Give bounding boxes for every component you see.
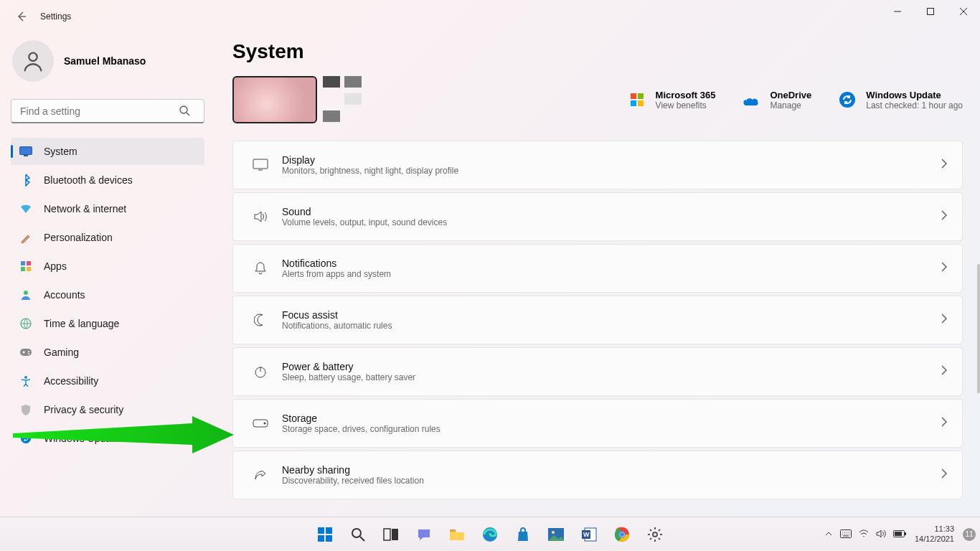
nav-item-apps[interactable]: Apps [11,253,204,280]
tray-keyboard-icon[interactable] [840,529,852,540]
svg-point-30 [352,529,361,537]
chevron-right-icon [941,314,948,326]
quicklink-microsoft-[interactable]: Microsoft 365View benefits [627,90,716,110]
svg-rect-8 [27,267,31,271]
card-storage[interactable]: StorageStorage space, drives, configurat… [232,399,963,448]
svg-rect-48 [895,532,902,536]
nav-item-personalization[interactable]: Personalization [11,224,204,251]
taskbar-chat-button[interactable] [410,520,438,549]
scrollbar-thumb[interactable] [977,264,980,393]
ms365-icon [627,90,647,110]
taskbar-clock[interactable]: 11:33 14/12/2021 [915,524,954,543]
user-name: Samuel Mbanaso [64,55,146,67]
nav-label: Windows Update [44,433,120,444]
nav-item-network-internet[interactable]: Network & internet [11,195,204,222]
card-sub: Storage space, drives, configuration rul… [282,424,941,434]
tray-chevron-up-icon[interactable] [824,529,833,540]
svg-point-20 [839,92,855,108]
user-profile[interactable]: Samuel Mbanaso [11,40,204,82]
back-button[interactable] [13,8,30,25]
tray-battery-icon[interactable] [893,530,906,539]
update-sync-icon [837,90,857,110]
quicklink-onedrive[interactable]: OneDriveManage [741,90,811,110]
close-button[interactable] [947,0,980,23]
card-display[interactable]: DisplayMonitors, brightness, night light… [232,141,963,189]
svg-rect-4 [24,155,28,156]
quicklink-windows-update[interactable]: Windows UpdateLast checked: 1 hour ago [837,90,963,110]
svg-text:W: W [583,531,590,538]
tray-volume-icon[interactable] [876,529,886,540]
svg-rect-17 [638,93,644,99]
card-title: Nearby sharing [282,464,941,476]
svg-point-14 [24,376,27,379]
device-preview[interactable] [232,76,362,123]
card-sub: Discoverability, received files location [282,476,941,486]
card-sub: Alerts from apps and system [282,269,941,279]
nav-item-windows-update[interactable]: Windows Update [11,425,204,452]
card-title: Sound [282,206,941,217]
taskbar-settings-button[interactable] [641,520,669,549]
quicklink-sub: Manage [770,100,811,110]
nav-item-accounts[interactable]: Accounts [11,281,204,309]
taskbar-chrome-button[interactable] [608,520,636,549]
card-sound[interactable]: SoundVolume levels, output, input, sound… [232,192,963,241]
svg-rect-45 [840,529,851,537]
nav-item-gaming[interactable]: Gaming [11,339,204,366]
svg-point-36 [552,531,555,534]
gaming-icon [19,346,32,359]
card-sub: Sleep, battery usage, battery saver [282,372,941,382]
brush-icon [19,231,32,244]
wifi-icon [19,202,32,215]
person-icon [19,288,32,301]
taskbar-store-button[interactable] [509,520,537,549]
taskbar-edge-button[interactable] [476,520,504,549]
nav-item-privacy-security[interactable]: Privacy & security [11,396,204,423]
maximize-button[interactable] [914,0,947,23]
svg-rect-33 [450,529,456,532]
nav-item-system[interactable]: System [11,138,204,165]
quicklink-sub: View benefits [656,100,716,110]
tray-wifi-icon[interactable] [859,529,869,540]
svg-rect-0 [928,9,934,15]
svg-rect-21 [253,159,268,169]
globe-icon [19,317,32,330]
svg-point-9 [24,291,28,295]
svg-rect-26 [318,527,324,534]
nav-label: Gaming [44,347,79,358]
taskbar-start-button[interactable] [311,520,339,549]
nav-item-bluetooth-devices[interactable]: Bluetooth & devices [11,166,204,194]
card-focus-assist[interactable]: Focus assistNotifications, automatic rul… [232,296,963,344]
card-title: Notifications [282,258,941,269]
accessibility-icon [19,375,32,387]
nav-label: Network & internet [44,203,126,215]
svg-rect-11 [20,349,32,356]
storage-icon [248,419,273,428]
nav-label: Accounts [44,289,85,301]
taskbar-search-button[interactable] [344,520,372,549]
page-title: System [232,40,963,63]
card-power-battery[interactable]: Power & batterySleep, battery usage, bat… [232,347,963,396]
card-title: Power & battery [282,361,941,372]
card-notifications[interactable]: NotificationsAlerts from apps and system [232,244,963,293]
nav-label: Bluetooth & devices [44,174,133,186]
nav-label: Time & language [44,318,119,329]
card-nearby-sharing[interactable]: Nearby sharingDiscoverability, received … [232,451,963,499]
minimize-button[interactable] [881,0,914,23]
quicklink-title: OneDrive [770,90,811,100]
notifications-badge[interactable]: 11 [963,528,976,541]
nav-item-accessibility[interactable]: Accessibility [11,367,204,395]
svg-rect-18 [631,100,636,106]
chevron-right-icon [941,365,948,378]
nav-item-time-language[interactable]: Time & language [11,310,204,337]
bluetooth-icon [19,174,32,187]
taskbar-explorer-button[interactable] [443,520,471,549]
taskbar-word-button[interactable]: W [575,520,603,549]
svg-rect-29 [326,535,332,542]
svg-rect-3 [20,147,32,155]
search-input[interactable] [11,99,204,123]
card-title: Focus assist [282,309,941,321]
taskbar-taskview-button[interactable] [377,520,405,549]
svg-point-1 [29,53,37,61]
nav-label: Privacy & security [44,404,123,415]
taskbar-photos-button[interactable] [542,520,570,549]
